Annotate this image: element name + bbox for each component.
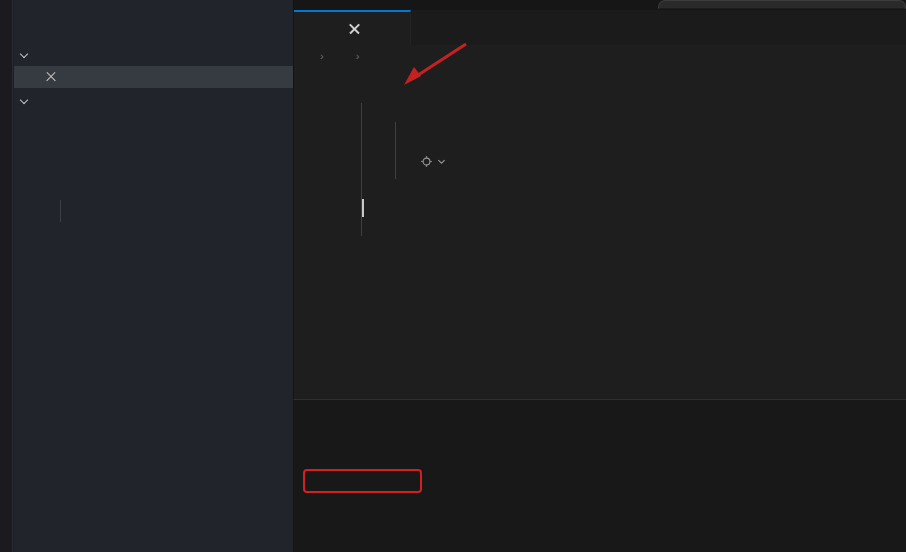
debug-configure-icon[interactable] xyxy=(420,155,433,168)
java-file-icon xyxy=(306,21,321,36)
codelens-run-debug xyxy=(396,153,447,170)
code-editor[interactable] xyxy=(294,67,906,397)
panel-tabbar xyxy=(294,400,906,431)
tree-indent-guide xyxy=(60,200,61,222)
chevron-right-icon: › xyxy=(320,50,324,62)
vscode-window: › › xyxy=(0,0,906,552)
bottom-panel xyxy=(293,399,906,552)
tab-close-icon[interactable] xyxy=(348,22,361,35)
indent-guide xyxy=(395,122,396,179)
open-editors-section[interactable] xyxy=(14,44,293,66)
explorer-sidebar xyxy=(14,0,293,552)
activity-bar-cropped xyxy=(0,0,13,552)
chevron-down-icon xyxy=(20,95,28,103)
java-file-icon xyxy=(64,70,79,85)
open-editor-item-appjava[interactable] xyxy=(14,66,293,88)
close-icon[interactable] xyxy=(44,70,58,84)
terminal[interactable] xyxy=(294,436,906,552)
chevron-down-icon[interactable] xyxy=(436,156,447,167)
editor-cursor xyxy=(362,199,364,217)
tab-appjava[interactable] xyxy=(294,10,411,45)
java-file-icon xyxy=(331,50,344,63)
titlebar-cropped xyxy=(294,0,906,10)
project-section[interactable] xyxy=(14,90,293,112)
command-center-fragment xyxy=(658,0,906,9)
chevron-down-icon xyxy=(20,49,28,57)
sidebar-header xyxy=(14,0,293,34)
chevron-right-icon: › xyxy=(356,50,360,62)
editor-tabbar xyxy=(294,10,906,45)
breadcrumb: › › xyxy=(294,45,906,67)
